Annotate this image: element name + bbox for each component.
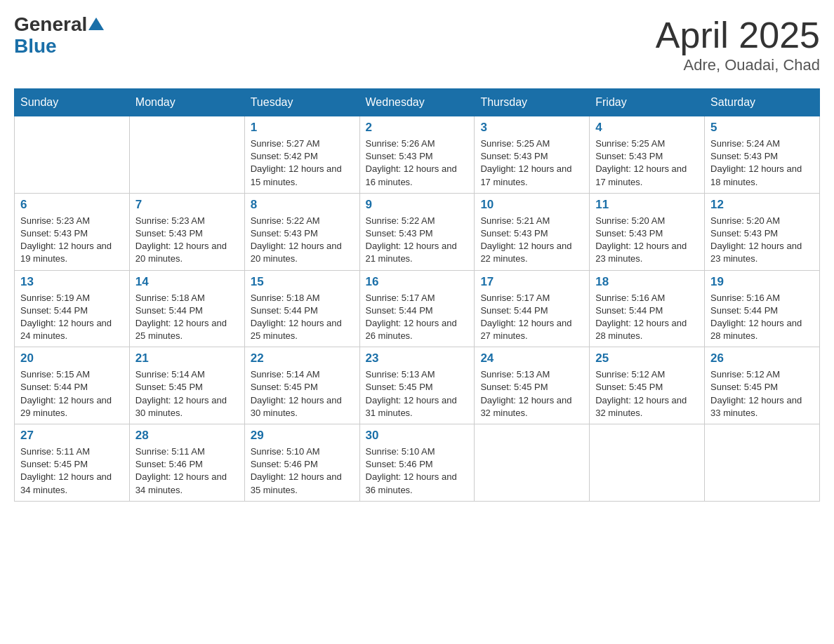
day-number: 1 [251, 121, 354, 135]
day-info: Sunrise: 5:12 AMSunset: 5:45 PMDaylight:… [710, 368, 814, 420]
logo: General Blue [14, 14, 104, 58]
calendar-day-cell: 17Sunrise: 5:17 AMSunset: 5:44 PMDayligh… [475, 270, 590, 347]
calendar-day-cell: 30Sunrise: 5:10 AMSunset: 5:46 PMDayligh… [359, 424, 475, 502]
calendar-day-cell: 20Sunrise: 5:15 AMSunset: 5:44 PMDayligh… [15, 347, 130, 424]
day-number: 20 [20, 351, 124, 365]
day-info: Sunrise: 5:10 AMSunset: 5:46 PMDaylight:… [251, 445, 354, 497]
day-number: 12 [710, 198, 814, 212]
day-number: 18 [595, 275, 699, 289]
day-info: Sunrise: 5:21 AMSunset: 5:43 PMDaylight:… [480, 215, 583, 266]
day-number: 8 [251, 198, 354, 212]
day-info: Sunrise: 5:23 AMSunset: 5:43 PMDaylight:… [20, 215, 124, 266]
day-number: 11 [595, 198, 699, 212]
day-number: 24 [480, 351, 583, 365]
day-info: Sunrise: 5:24 AMSunset: 5:43 PMDaylight:… [710, 137, 814, 189]
calendar-day-cell: 16Sunrise: 5:17 AMSunset: 5:44 PMDayligh… [359, 270, 475, 347]
calendar-day-cell [15, 116, 130, 194]
weekday-header-friday: Friday [590, 89, 705, 116]
day-info: Sunrise: 5:17 AMSunset: 5:44 PMDaylight:… [480, 292, 583, 343]
day-info: Sunrise: 5:20 AMSunset: 5:43 PMDaylight:… [595, 215, 699, 266]
day-number: 4 [595, 121, 699, 135]
day-number: 26 [710, 351, 814, 365]
calendar-day-cell: 1Sunrise: 5:27 AMSunset: 5:42 PMDaylight… [244, 116, 359, 194]
day-number: 21 [135, 351, 239, 365]
calendar-day-cell [590, 424, 705, 502]
calendar-day-cell: 15Sunrise: 5:18 AMSunset: 5:44 PMDayligh… [244, 270, 359, 347]
weekday-header-wednesday: Wednesday [359, 89, 475, 116]
calendar-day-cell: 29Sunrise: 5:10 AMSunset: 5:46 PMDayligh… [244, 424, 359, 502]
calendar-week-row: 20Sunrise: 5:15 AMSunset: 5:44 PMDayligh… [15, 347, 820, 424]
calendar-day-cell [475, 424, 590, 502]
day-number: 17 [480, 275, 583, 289]
day-info: Sunrise: 5:11 AMSunset: 5:45 PMDaylight:… [20, 445, 124, 497]
calendar-day-cell: 26Sunrise: 5:12 AMSunset: 5:45 PMDayligh… [705, 347, 820, 424]
day-number: 3 [480, 121, 583, 135]
calendar-header: SundayMondayTuesdayWednesdayThursdayFrid… [15, 89, 820, 116]
calendar-day-cell: 24Sunrise: 5:13 AMSunset: 5:45 PMDayligh… [475, 347, 590, 424]
calendar-day-cell: 28Sunrise: 5:11 AMSunset: 5:46 PMDayligh… [129, 424, 244, 502]
calendar-day-cell: 8Sunrise: 5:22 AMSunset: 5:43 PMDaylight… [244, 193, 359, 270]
weekday-header-sunday: Sunday [15, 89, 130, 116]
day-info: Sunrise: 5:10 AMSunset: 5:46 PMDaylight:… [366, 445, 469, 497]
calendar-day-cell: 25Sunrise: 5:12 AMSunset: 5:45 PMDayligh… [590, 347, 705, 424]
calendar-day-cell: 11Sunrise: 5:20 AMSunset: 5:43 PMDayligh… [590, 193, 705, 270]
weekday-header-row: SundayMondayTuesdayWednesdayThursdayFrid… [15, 89, 820, 116]
weekday-header-saturday: Saturday [705, 89, 820, 116]
calendar-day-cell: 13Sunrise: 5:19 AMSunset: 5:44 PMDayligh… [15, 270, 130, 347]
calendar-table: SundayMondayTuesdayWednesdayThursdayFrid… [14, 88, 820, 502]
weekday-header-monday: Monday [129, 89, 244, 116]
location-title: Adre, Ouadai, Chad [656, 56, 820, 74]
calendar-day-cell: 7Sunrise: 5:23 AMSunset: 5:43 PMDaylight… [129, 193, 244, 270]
calendar-week-row: 6Sunrise: 5:23 AMSunset: 5:43 PMDaylight… [15, 193, 820, 270]
weekday-header-tuesday: Tuesday [244, 89, 359, 116]
calendar-body: 1Sunrise: 5:27 AMSunset: 5:42 PMDaylight… [15, 116, 820, 502]
day-info: Sunrise: 5:22 AMSunset: 5:43 PMDaylight:… [251, 215, 354, 266]
calendar-week-row: 27Sunrise: 5:11 AMSunset: 5:45 PMDayligh… [15, 424, 820, 502]
day-number: 2 [366, 121, 469, 135]
logo-blue-text: Blue [14, 35, 57, 57]
day-info: Sunrise: 5:20 AMSunset: 5:43 PMDaylight:… [710, 215, 814, 266]
day-info: Sunrise: 5:19 AMSunset: 5:44 PMDaylight:… [20, 292, 124, 343]
calendar-day-cell: 10Sunrise: 5:21 AMSunset: 5:43 PMDayligh… [475, 193, 590, 270]
day-info: Sunrise: 5:14 AMSunset: 5:45 PMDaylight:… [251, 368, 354, 420]
calendar-day-cell: 12Sunrise: 5:20 AMSunset: 5:43 PMDayligh… [705, 193, 820, 270]
day-number: 7 [135, 198, 239, 212]
calendar-day-cell: 9Sunrise: 5:22 AMSunset: 5:43 PMDaylight… [359, 193, 475, 270]
logo-triangle-icon [88, 16, 104, 32]
day-number: 15 [251, 275, 354, 289]
calendar-day-cell: 5Sunrise: 5:24 AMSunset: 5:43 PMDaylight… [705, 116, 820, 194]
day-number: 5 [710, 121, 814, 135]
day-info: Sunrise: 5:22 AMSunset: 5:43 PMDaylight:… [366, 215, 469, 266]
calendar-day-cell: 23Sunrise: 5:13 AMSunset: 5:45 PMDayligh… [359, 347, 475, 424]
calendar-day-cell: 22Sunrise: 5:14 AMSunset: 5:45 PMDayligh… [244, 347, 359, 424]
day-info: Sunrise: 5:13 AMSunset: 5:45 PMDaylight:… [480, 368, 583, 420]
day-info: Sunrise: 5:27 AMSunset: 5:42 PMDaylight:… [251, 137, 354, 189]
day-info: Sunrise: 5:17 AMSunset: 5:44 PMDaylight:… [366, 292, 469, 343]
day-info: Sunrise: 5:11 AMSunset: 5:46 PMDaylight:… [135, 445, 239, 497]
day-number: 10 [480, 198, 583, 212]
day-info: Sunrise: 5:14 AMSunset: 5:45 PMDaylight:… [135, 368, 239, 420]
day-info: Sunrise: 5:12 AMSunset: 5:45 PMDaylight:… [595, 368, 699, 420]
day-number: 14 [135, 275, 239, 289]
day-info: Sunrise: 5:18 AMSunset: 5:44 PMDaylight:… [251, 292, 354, 343]
day-info: Sunrise: 5:18 AMSunset: 5:44 PMDaylight:… [135, 292, 239, 343]
calendar-week-row: 1Sunrise: 5:27 AMSunset: 5:42 PMDaylight… [15, 116, 820, 194]
calendar-day-cell: 21Sunrise: 5:14 AMSunset: 5:45 PMDayligh… [129, 347, 244, 424]
day-info: Sunrise: 5:26 AMSunset: 5:43 PMDaylight:… [366, 137, 469, 189]
day-number: 25 [595, 351, 699, 365]
day-number: 29 [251, 429, 354, 443]
calendar-day-cell: 3Sunrise: 5:25 AMSunset: 5:43 PMDaylight… [475, 116, 590, 194]
day-info: Sunrise: 5:16 AMSunset: 5:44 PMDaylight:… [710, 292, 814, 343]
calendar-day-cell: 6Sunrise: 5:23 AMSunset: 5:43 PMDaylight… [15, 193, 130, 270]
day-info: Sunrise: 5:16 AMSunset: 5:44 PMDaylight:… [595, 292, 699, 343]
day-number: 6 [20, 198, 124, 212]
day-info: Sunrise: 5:25 AMSunset: 5:43 PMDaylight:… [480, 137, 583, 189]
calendar-day-cell: 14Sunrise: 5:18 AMSunset: 5:44 PMDayligh… [129, 270, 244, 347]
page-header: General Blue April 2025 Adre, Ouadai, Ch… [14, 14, 820, 74]
weekday-header-thursday: Thursday [475, 89, 590, 116]
svg-marker-0 [88, 18, 104, 30]
calendar-day-cell: 18Sunrise: 5:16 AMSunset: 5:44 PMDayligh… [590, 270, 705, 347]
title-block: April 2025 Adre, Ouadai, Chad [656, 14, 820, 74]
day-info: Sunrise: 5:15 AMSunset: 5:44 PMDaylight:… [20, 368, 124, 420]
day-number: 30 [366, 429, 469, 443]
